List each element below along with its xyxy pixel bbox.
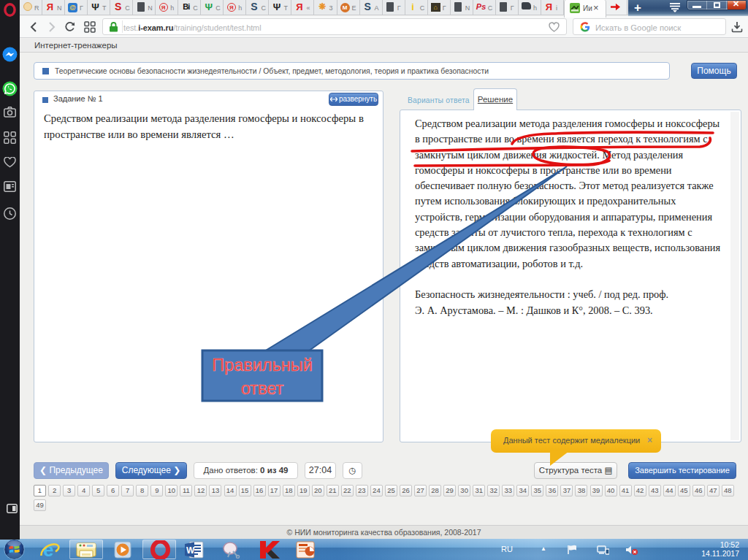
svg-text:Правильный: Правильный <box>212 356 313 375</box>
svg-text:ответ: ответ <box>241 379 284 398</box>
